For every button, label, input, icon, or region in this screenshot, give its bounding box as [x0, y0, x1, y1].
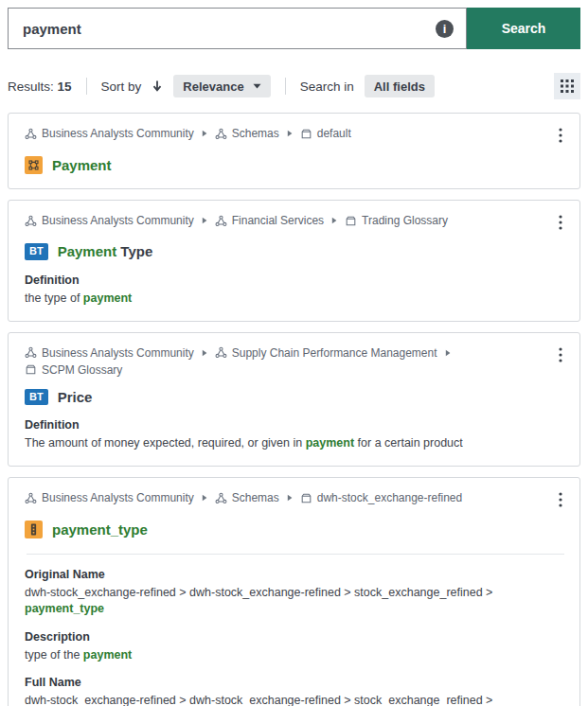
field-value-segment: payment — [306, 436, 354, 450]
result-card: Business Analysts CommunityFinancial Ser… — [8, 200, 580, 322]
domain-icon — [345, 215, 357, 227]
title-segment: Price — [58, 389, 93, 405]
business-term-badge: BT — [25, 389, 48, 406]
field-value: dwh-stock_exchange-refined > dwh-stock_e… — [25, 693, 566, 706]
breadcrumb-separator-icon — [202, 217, 207, 224]
breadcrumb-item[interactable]: Financial Services — [215, 212, 324, 229]
field-label: Original Name — [25, 567, 566, 583]
result-field: Descriptiontype of the payment — [25, 629, 566, 663]
breadcrumb-separator-icon — [202, 130, 207, 137]
search-input-wrap: i — [8, 8, 467, 49]
result-title-row: Payment — [25, 156, 566, 174]
sort-by-label: Sort by — [101, 79, 142, 94]
breadcrumb-item[interactable]: SCPM Glossary — [25, 362, 122, 379]
schema-asset-icon — [25, 156, 43, 174]
breadcrumb-label: Business Analysts Community — [42, 125, 194, 142]
search-results-page: i Search Results: 15 Sort by Relevance S… — [0, 0, 588, 706]
results-label: Results: — [8, 79, 54, 94]
breadcrumb-label: Schemas — [232, 125, 279, 142]
card-header: Business Analysts CommunitySupply Chain … — [25, 344, 566, 379]
search-input[interactable] — [9, 9, 436, 48]
result-title-row: BTPayment Type — [25, 243, 566, 260]
field-value-segment: payment — [83, 648, 132, 662]
breadcrumb-item[interactable]: Schemas — [215, 489, 279, 506]
title-segment: Type — [116, 243, 152, 259]
breadcrumb-item[interactable]: Business Analysts Community — [25, 489, 194, 506]
results-list: Business Analysts CommunitySchemasdefaul… — [8, 113, 580, 706]
field-label: Definition — [25, 273, 566, 289]
card-menu-button[interactable] — [555, 489, 566, 510]
field-value: the type of payment — [25, 291, 566, 307]
field-value: dwh-stock_exchange-refined > dwh-stock_e… — [25, 585, 566, 617]
community-icon — [215, 128, 227, 140]
breadcrumb-label: Business Analysts Community — [42, 212, 194, 229]
breadcrumb-item[interactable]: Business Analysts Community — [25, 344, 194, 362]
arrow-down-icon[interactable] — [151, 79, 163, 93]
result-field: Full Namedwh-stock_exchange-refined > dw… — [25, 675, 566, 706]
search-in-label: Search in — [300, 79, 354, 94]
field-value-segment: the type of — [25, 291, 83, 305]
breadcrumb-item[interactable]: default — [300, 125, 351, 142]
breadcrumb-label: Trading Glossary — [362, 212, 448, 229]
breadcrumb: Business Analysts CommunitySupply Chain … — [25, 344, 555, 379]
card-menu-button[interactable] — [555, 125, 566, 146]
breadcrumb-item[interactable]: Business Analysts Community — [25, 125, 194, 142]
field-value-segment: type of the — [25, 648, 83, 662]
card-menu-button[interactable] — [555, 212, 566, 233]
domain-icon — [300, 128, 312, 140]
card-divider — [27, 554, 564, 555]
field-value-segment: payment_type — [25, 602, 104, 615]
sort-value: Relevance — [183, 79, 243, 94]
card-header: Business Analysts CommunityFinancial Ser… — [25, 212, 566, 233]
title-segment: payment_type — [52, 521, 148, 538]
breadcrumb-separator-icon — [287, 130, 293, 137]
field-value-segment: The amount of money expected, required, … — [25, 436, 306, 450]
grid-view-icon — [561, 79, 574, 93]
title-segment: Payment — [58, 243, 117, 259]
breadcrumb-item[interactable]: Schemas — [215, 125, 279, 142]
search-in-filter[interactable]: All fields — [365, 75, 435, 97]
result-field: Original Namedwh-stock_exchange-refined … — [25, 567, 566, 617]
domain-icon — [300, 492, 312, 504]
field-value-segment: dwh-stock_exchange-refined > dwh-stock_e… — [25, 586, 492, 599]
result-card: Business Analysts CommunitySchemasdwh-st… — [8, 477, 580, 706]
result-title[interactable]: Payment Type — [58, 243, 153, 259]
breadcrumb: Business Analysts CommunityFinancial Ser… — [25, 212, 448, 229]
breadcrumb-item[interactable]: dwh-stock_exchange-refined — [300, 489, 462, 506]
search-button[interactable]: Search — [467, 8, 580, 49]
breadcrumb: Business Analysts CommunitySchemasdwh-st… — [25, 489, 462, 506]
breadcrumb-separator-icon — [331, 217, 337, 224]
breadcrumb-label: Business Analysts Community — [42, 344, 194, 362]
result-title[interactable]: Price — [58, 389, 93, 405]
community-icon — [215, 492, 227, 504]
business-term-badge: BT — [25, 243, 48, 260]
toolbar-divider — [285, 78, 286, 95]
result-field: DefinitionThe amount of money expected, … — [25, 417, 566, 451]
breadcrumb-label: SCPM Glossary — [42, 362, 122, 379]
card-header: Business Analysts CommunitySchemasdwh-st… — [25, 489, 566, 510]
info-icon[interactable]: i — [436, 20, 454, 38]
result-title[interactable]: Payment — [52, 157, 112, 173]
community-icon — [25, 492, 37, 504]
kebab-icon — [559, 497, 562, 511]
kebab-icon — [559, 132, 562, 147]
community-icon — [25, 128, 37, 140]
breadcrumb-item[interactable]: Trading Glossary — [345, 212, 448, 229]
result-title-row: payment_type — [25, 521, 566, 538]
breadcrumb-label: Financial Services — [232, 212, 324, 229]
breadcrumb-item[interactable]: Supply Chain Performance Management — [215, 344, 437, 362]
community-icon — [215, 346, 227, 359]
field-value: The amount of money expected, required, … — [25, 435, 566, 451]
breadcrumb-separator-icon — [202, 494, 207, 502]
sort-value-dropdown[interactable]: Relevance — [173, 75, 270, 97]
result-title[interactable]: payment_type — [52, 521, 148, 538]
card-menu-button[interactable] — [555, 344, 566, 365]
breadcrumb-separator-icon — [287, 494, 293, 502]
card-header: Business Analysts CommunitySchemasdefaul… — [25, 125, 566, 146]
result-card: Business Analysts CommunitySupply Chain … — [8, 332, 580, 468]
chevron-down-icon — [253, 83, 261, 89]
grid-view-button[interactable] — [554, 73, 580, 99]
breadcrumb-item[interactable]: Business Analysts Community — [25, 212, 194, 229]
column-asset-icon — [25, 521, 43, 538]
breadcrumb: Business Analysts CommunitySchemasdefaul… — [25, 125, 351, 142]
